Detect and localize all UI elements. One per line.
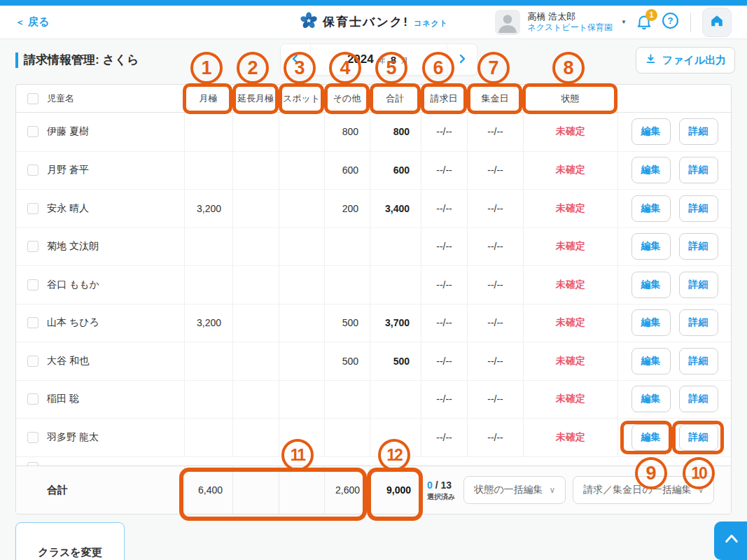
previous-month-button[interactable] — [281, 44, 310, 75]
next-month-button[interactable] — [447, 44, 477, 75]
status-badge: 未確定 — [523, 342, 617, 380]
monthly-value — [184, 113, 232, 151]
detail-button[interactable]: 詳細 — [679, 272, 718, 298]
row-checkbox[interactable] — [27, 393, 39, 405]
chevron-down-icon: ∨ — [550, 485, 556, 495]
spot-value — [279, 304, 324, 342]
bill-date: --/-- — [421, 228, 467, 266]
back-link[interactable]: ＜ 戻る — [15, 15, 49, 29]
detail-button[interactable]: 詳細 — [679, 386, 718, 412]
spot-value — [279, 266, 324, 304]
chevron-left-icon: ＜ — [15, 16, 25, 29]
logo-title: 保育士バンク! — [323, 14, 409, 30]
edit-button[interactable]: 編集 — [631, 157, 671, 183]
total-value: 600 — [370, 152, 421, 190]
row-checkbox[interactable] — [27, 126, 39, 137]
detail-button[interactable]: 詳細 — [679, 233, 718, 260]
year-value: 2024 — [347, 52, 374, 66]
user-menu[interactable]: 高橋 浩太郎 ネクストビート保育園 — [527, 11, 613, 33]
edit-button[interactable]: 編集 — [631, 424, 671, 451]
help-button[interactable]: ? — [662, 12, 679, 32]
child-name: 伊藤 夏樹 — [47, 125, 89, 138]
bulk-status-edit-button[interactable]: 状態の一括編集 ∨ — [463, 476, 566, 504]
extended-value — [232, 190, 279, 227]
extended-value — [232, 304, 279, 342]
total-value — [370, 381, 421, 419]
status-badge: 未確定 — [523, 228, 617, 266]
row-checkbox[interactable] — [27, 279, 39, 290]
extended-value — [232, 266, 279, 304]
selected-total: / 13 — [435, 479, 452, 491]
edit-button[interactable]: 編集 — [631, 309, 671, 336]
table-row: 月野 蒼平 600 600 --/-- --/-- 未確定 編集 詳細 — [16, 151, 731, 190]
column-header-extended: 延長月極 — [232, 92, 279, 105]
footer-monthly-total: 6,400 — [184, 466, 232, 514]
row-checkbox[interactable] — [27, 164, 39, 176]
bill-date: --/-- — [421, 342, 467, 380]
spot-value — [279, 381, 324, 419]
detail-button[interactable]: 詳細 — [679, 348, 718, 374]
extended-value — [232, 419, 279, 456]
annotation-number-8: 8 — [552, 52, 585, 84]
other-value: 600 — [324, 152, 370, 190]
page-title: 請求情報管理: さくら — [15, 52, 139, 68]
row-checkbox[interactable] — [27, 203, 39, 214]
annotation-number-1: 1 — [190, 52, 223, 84]
row-checkbox[interactable] — [27, 356, 39, 367]
bulk-status-edit-label: 状態の一括編集 — [474, 484, 543, 496]
edit-button[interactable]: 編集 — [631, 195, 671, 222]
child-name: 安永 晴人 — [47, 202, 89, 215]
child-name: 月野 蒼平 — [47, 164, 89, 176]
footer-extended-total — [232, 466, 279, 514]
collect-date: --/-- — [467, 419, 523, 456]
select-all-checkbox[interactable] — [27, 93, 39, 104]
monthly-value — [184, 152, 232, 190]
bulk-dates-edit-button[interactable]: 請求／集金日の一括編集 ∨ — [573, 476, 714, 504]
monthly-value — [184, 381, 232, 419]
table-row: 羽多野 龍太 --/-- --/-- 未確定 編集 詳細 — [16, 418, 731, 456]
child-name: 山本 ちひろ — [47, 316, 99, 329]
bill-date: --/-- — [421, 190, 467, 227]
detail-button[interactable]: 詳細 — [679, 195, 718, 222]
collect-date: --/-- — [467, 228, 523, 266]
spot-value — [279, 228, 324, 266]
column-header-total: 合計 — [370, 92, 421, 105]
bulk-dates-edit-label: 請求／集金日の一括編集 — [583, 484, 691, 496]
edit-button[interactable]: 編集 — [631, 386, 671, 412]
collect-date: --/-- — [467, 113, 523, 151]
detail-button[interactable]: 詳細 — [679, 424, 718, 451]
other-value — [324, 266, 370, 304]
total-value — [370, 228, 421, 266]
edit-button[interactable]: 編集 — [631, 233, 671, 260]
month-value: 8 — [391, 54, 396, 66]
row-checkbox[interactable] — [27, 241, 39, 252]
notifications-button[interactable]: 1 — [635, 13, 655, 32]
monthly-value — [184, 266, 232, 304]
extended-value — [232, 342, 279, 380]
caret-down-icon[interactable]: ▼ — [621, 19, 627, 25]
back-label: 戻る — [28, 15, 49, 29]
page-title-text: 請求情報管理: さくら — [24, 52, 139, 68]
collect-date: --/-- — [467, 304, 523, 342]
change-class-button[interactable]: クラスを変更 — [15, 522, 125, 560]
table-footer: 合計 6,400 2,600 9,000 0 / 13 選択済み 状態の一括編集… — [16, 465, 731, 514]
chevron-up-icon — [724, 533, 739, 546]
edit-button[interactable]: 編集 — [631, 272, 671, 298]
home-button[interactable] — [702, 8, 732, 37]
month-display: 2024 年 8 月 — [310, 44, 447, 75]
edit-button[interactable]: 編集 — [631, 348, 671, 374]
detail-button[interactable]: 詳細 — [679, 309, 718, 336]
app-header: ＜ 戻る 保育士バンク! コネクト — [0, 6, 747, 39]
row-checkbox[interactable] — [27, 317, 39, 328]
column-header-monthly: 月極 — [184, 92, 232, 105]
detail-button[interactable]: 詳細 — [679, 157, 718, 183]
edit-button[interactable]: 編集 — [631, 118, 671, 145]
spot-value — [279, 342, 324, 380]
row-checkbox[interactable] — [27, 432, 39, 443]
child-name: 羽多野 龍太 — [47, 431, 99, 444]
detail-button[interactable]: 詳細 — [679, 118, 718, 145]
table-row: 山本 ちひろ 3,200 500 3,700 --/-- --/-- 未確定 編… — [16, 304, 731, 342]
file-export-button[interactable]: ファイル出力 — [636, 47, 735, 74]
spot-value — [279, 419, 324, 456]
scroll-to-top-button[interactable] — [714, 522, 747, 560]
